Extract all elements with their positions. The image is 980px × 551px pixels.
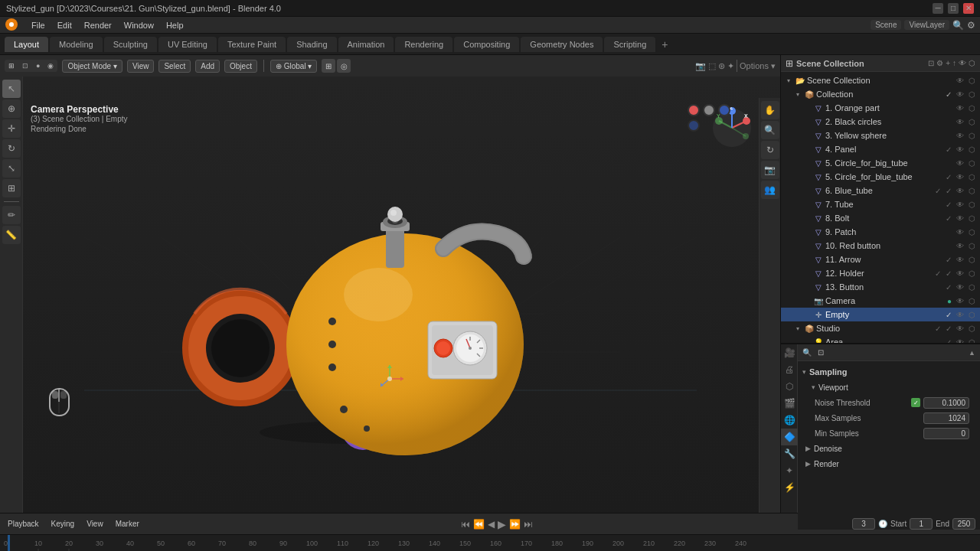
- camera-arrow[interactable]: [802, 296, 812, 305]
- prop-tab-scene[interactable]: 🎬: [781, 395, 798, 412]
- view-mode-icon[interactable]: ⊞: [5, 60, 18, 71]
- item-tube[interactable]: ▽ 7. Tube ✓ 👁 ⬡: [781, 197, 980, 211]
- proportional-button[interactable]: ◎: [337, 59, 351, 73]
- settings-icon[interactable]: ⚙: [967, 20, 975, 31]
- ys-render[interactable]: ⬡: [967, 132, 977, 140]
- start-frame-display[interactable]: 1: [910, 518, 933, 530]
- scene-selector[interactable]: Scene: [871, 20, 901, 30]
- bt-check2[interactable]: ✓: [944, 187, 953, 195]
- orange-render[interactable]: ⬡: [967, 104, 977, 112]
- tube-visibility[interactable]: 👁: [955, 201, 965, 209]
- yellow-sphere-arrow[interactable]: [802, 131, 812, 140]
- outliner-filter-icon[interactable]: ⊡: [928, 59, 934, 67]
- tab-texture-paint[interactable]: Texture Paint: [218, 37, 286, 52]
- scene-visibility-icon[interactable]: 👁: [955, 77, 965, 85]
- minimize-button[interactable]: ─: [933, 3, 943, 14]
- studio-render[interactable]: ⬡: [967, 324, 977, 333]
- area-render[interactable]: ⬡: [967, 338, 977, 345]
- select-menu-button[interactable]: Select: [158, 60, 191, 73]
- viewport-sub-header[interactable]: ▾ Viewport: [808, 380, 975, 395]
- item-circle-big-tube[interactable]: ▽ 5. Circle_for_big_tube 👁 ⬡: [781, 156, 980, 170]
- orange-part-arrow[interactable]: [802, 103, 812, 112]
- item-yellow-sphere[interactable]: ▽ 3. Yellow sphere 👁 ⬡: [781, 129, 980, 142]
- panel-visibility[interactable]: 👁: [955, 145, 965, 154]
- collection-arrow[interactable]: ▾: [793, 90, 802, 99]
- search-icon[interactable]: 🔍: [952, 20, 964, 31]
- marker-menu[interactable]: Marker: [113, 518, 142, 530]
- jump-start-button[interactable]: ⏮: [461, 519, 470, 530]
- blender-logo-icon[interactable]: [5, 18, 18, 33]
- menu-help[interactable]: Help: [161, 19, 189, 31]
- area-visibility[interactable]: 👁: [955, 338, 965, 345]
- item-orange-part[interactable]: ▽ 1. Orange part 👁 ⬡: [781, 101, 980, 115]
- measure-tool-icon[interactable]: 📏: [2, 226, 21, 244]
- menu-edit[interactable]: Edit: [52, 19, 77, 31]
- item-camera[interactable]: 📷 Camera ● 👁 ⬡: [781, 294, 980, 308]
- outliner-hide-icon[interactable]: 👁: [959, 59, 966, 67]
- bolt-check[interactable]: ✓: [944, 214, 953, 223]
- patch-visibility[interactable]: 👁: [955, 228, 965, 236]
- tab-sculpting[interactable]: Sculpting: [104, 37, 157, 52]
- studio-visibility[interactable]: 👁: [955, 324, 965, 333]
- cblt-arrow[interactable]: [802, 172, 812, 181]
- item-red-button[interactable]: ▽ 10. Red button 👁 ⬡: [781, 239, 980, 253]
- studio-collection-item[interactable]: ▾ 📦 Studio ✓ ✓ 👁 ⬡: [781, 321, 980, 335]
- button-visibility[interactable]: 👁: [955, 283, 965, 292]
- noise-threshold-value[interactable]: 0.1000: [923, 397, 969, 409]
- bc-visibility[interactable]: 👁: [955, 118, 965, 126]
- black-circles-arrow[interactable]: [802, 117, 812, 126]
- maximize-button[interactable]: □: [948, 3, 959, 14]
- current-frame-display[interactable]: 3: [852, 518, 875, 530]
- collection-item[interactable]: ▾ 📦 Collection ✓ 👁 ⬡: [781, 87, 980, 101]
- holder-check[interactable]: ✓: [933, 269, 942, 278]
- timeline-scrubber[interactable]: 0 10 20 30 40 50 60 70 80 90 100 110 120…: [0, 534, 980, 551]
- props-filter-icon[interactable]: ⊡: [818, 348, 824, 357]
- annotate-tool-icon[interactable]: ✏: [2, 206, 21, 224]
- prop-tab-particles[interactable]: ✦: [781, 462, 798, 479]
- rb-render[interactable]: ⬡: [967, 242, 977, 250]
- button-arrow[interactable]: [802, 282, 812, 292]
- holder-arrow[interactable]: [802, 269, 812, 278]
- tab-uv-editing[interactable]: UV Editing: [158, 37, 217, 52]
- sampling-section-header[interactable]: ▾ Sampling: [802, 364, 975, 380]
- item-circle-blue-tube[interactable]: ▽ 5. Circle_for_blue_tube ✓ 👁 ⬡: [781, 170, 980, 184]
- arrow-visibility[interactable]: 👁: [955, 256, 965, 264]
- item-area-light[interactable]: 💡 Area ✓ 👁 ⬡: [781, 335, 980, 344]
- prop-tab-output[interactable]: 🖨: [781, 361, 798, 378]
- coll-render[interactable]: ⬡: [967, 90, 977, 99]
- menu-file[interactable]: File: [26, 19, 51, 31]
- props-search-icon[interactable]: 🔍: [802, 348, 812, 357]
- coll-check[interactable]: ✓: [944, 90, 953, 99]
- ys-visibility[interactable]: 👁: [955, 132, 965, 140]
- tab-scripting[interactable]: Scripting: [604, 37, 655, 52]
- tube-arrow[interactable]: [802, 200, 812, 209]
- gizmo-icon[interactable]: ✦: [727, 61, 734, 71]
- viewport-3d[interactable]: ⊞ ⊡ ● ◉ Object Mode ▾ View Select Add Ob…: [0, 55, 781, 513]
- prop-tab-object[interactable]: 🔷: [781, 429, 798, 445]
- outliner-settings-icon[interactable]: ⚙: [936, 59, 943, 67]
- item-empty[interactable]: ✛ Empty ✓ 👁 ⬡: [781, 308, 980, 321]
- orange-visibility[interactable]: 👁: [955, 104, 965, 112]
- transform-tool-icon[interactable]: ⊞: [2, 179, 21, 197]
- cbt-arrow[interactable]: [802, 158, 812, 168]
- rb-arrow[interactable]: [802, 241, 812, 250]
- area-arrow[interactable]: [802, 337, 812, 344]
- play-button[interactable]: ▶: [498, 518, 506, 530]
- scene-collection-root[interactable]: ▾ 📂 Scene Collection 👁 ⬡: [781, 73, 980, 87]
- vr-icon[interactable]: 👥: [761, 181, 779, 199]
- arrow-check[interactable]: ✓: [944, 256, 953, 264]
- cursor-tool-icon[interactable]: ⊕: [2, 99, 21, 118]
- scene-collection-arrow[interactable]: ▾: [784, 76, 793, 85]
- item-arrow[interactable]: ▽ 11. Arrow ✓ 👁 ⬡: [781, 253, 980, 266]
- arrow-render[interactable]: ⬡: [967, 256, 977, 264]
- bt-visibility[interactable]: 👁: [955, 187, 965, 195]
- end-frame-display[interactable]: 250: [952, 518, 975, 530]
- bc-render[interactable]: ⬡: [967, 118, 977, 126]
- empty-arrow[interactable]: [802, 310, 812, 319]
- next-frame-button[interactable]: ⏩: [509, 519, 521, 530]
- rotate-tool-icon[interactable]: ↻: [2, 139, 21, 158]
- menu-render[interactable]: Render: [79, 19, 117, 31]
- item-holder[interactable]: ▽ 12. Holder ✓ ✓ 👁 ⬡: [781, 266, 980, 280]
- rb-visibility[interactable]: 👁: [955, 242, 965, 250]
- viewport-canvas[interactable]: Camera Perspective (3) Scene Collection …: [0, 77, 780, 513]
